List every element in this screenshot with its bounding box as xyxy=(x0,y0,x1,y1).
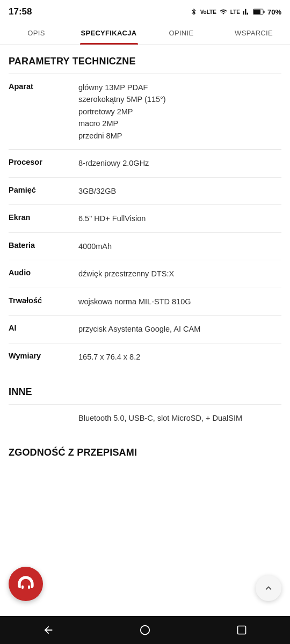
tab-opinie[interactable]: OPINIE xyxy=(145,21,218,45)
spec-row-bateria: Bateria 4000mAh xyxy=(9,232,281,260)
spec-label-aparat: Aparat xyxy=(9,82,78,91)
spec-row-wymiary: Wymiary 165.7 x 76.4 x 8.2 xyxy=(9,343,281,370)
spec-row-procesor: Procesor 8-rdzeniowy 2.0GHz xyxy=(9,149,281,177)
back-button[interactable] xyxy=(37,618,60,642)
spec-value-trwalosc: wojskowa norma MIL-STD 810G xyxy=(78,296,281,308)
home-button[interactable] xyxy=(133,618,157,642)
spec-value-ekran: 6.5" HD+ FullVision xyxy=(78,213,281,224)
scroll-up-button[interactable] xyxy=(256,575,281,601)
svg-rect-1 xyxy=(253,10,260,14)
tab-specyfikacja[interactable]: SPECYFIKACJA xyxy=(73,21,145,45)
spec-row-aparat: Aparat główny 13MP PDAFszerokokątny 5MP … xyxy=(9,74,281,149)
spec-label-ai: AI xyxy=(9,323,78,332)
section-header-zgodnosc: ZGODNOŚĆ Z PRZEPISAMI xyxy=(9,436,281,465)
spec-row-ekran: Ekran 6.5" HD+ FullVision xyxy=(9,204,281,232)
volte-icon: VoLTE xyxy=(200,9,216,15)
status-bar: 17:58 VoLTE LTE 70% xyxy=(0,0,290,21)
support-chat-button[interactable] xyxy=(9,567,43,601)
spec-value-ai: przycisk Asystenta Google, AI CAM xyxy=(78,323,281,335)
battery-icon xyxy=(253,9,265,15)
svg-point-3 xyxy=(141,626,150,635)
bottom-navigation xyxy=(0,616,290,644)
home-icon xyxy=(139,624,151,636)
battery-percent: 70% xyxy=(267,8,281,16)
recents-icon xyxy=(236,625,247,635)
section-header-parametry: PARAMETRY TECHNICZNE xyxy=(9,45,281,74)
spec-label-trwalosc: Trwałość xyxy=(9,296,78,305)
spec-label-pamiec: Pamięć xyxy=(9,185,78,194)
spec-row-audio: Audio dźwięk przestrzenny DTS:X xyxy=(9,260,281,287)
spec-row-trwalosc: Trwałość wojskowa norma MIL-STD 810G xyxy=(9,288,281,315)
spec-value-lacznosc: Bluetooth 5.0, USB-C, slot MicroSD, + Du… xyxy=(78,412,281,424)
spec-value-bateria: 4000mAh xyxy=(78,240,281,252)
spec-row-lacznosc: Bluetooth 5.0, USB-C, slot MicroSD, + Du… xyxy=(9,404,281,431)
tabs-bar: OPIS SPECYFIKACJA OPINIE WSPARCIE xyxy=(0,21,290,45)
zgodnosc-section: ZGODNOŚĆ Z PRZEPISAMI xyxy=(9,436,281,540)
headset-icon xyxy=(17,575,34,592)
status-icons: VoLTE LTE 70% xyxy=(190,8,281,16)
spec-row-ai: AI przycisk Asystenta Google, AI CAM xyxy=(9,315,281,342)
spec-label-bateria: Bateria xyxy=(9,240,78,250)
spec-value-pamiec: 3GB/32GB xyxy=(78,185,281,197)
chevron-up-icon xyxy=(263,582,274,594)
back-icon xyxy=(42,624,54,636)
recents-button[interactable] xyxy=(230,618,253,642)
svg-rect-2 xyxy=(263,11,264,13)
spec-value-procesor: 8-rdzeniowy 2.0GHz xyxy=(78,157,281,169)
tab-opis[interactable]: OPIS xyxy=(0,21,73,45)
status-time: 17:58 xyxy=(9,6,32,17)
spec-label-procesor: Procesor xyxy=(9,157,78,166)
spec-label-ekran: Ekran xyxy=(9,213,78,222)
spec-label-audio: Audio xyxy=(9,268,78,277)
spec-label-wymiary: Wymiary xyxy=(9,351,78,360)
spec-label-lacznosc xyxy=(9,412,78,413)
section-header-inne: INNE xyxy=(9,376,281,404)
signal-icon xyxy=(243,8,250,16)
main-content: PARAMETRY TECHNICZNE Aparat główny 13MP … xyxy=(0,45,290,540)
tab-wsparcie[interactable]: WSPARCIE xyxy=(218,21,290,45)
spec-row-pamiec: Pamięć 3GB/32GB xyxy=(9,177,281,204)
spec-value-aparat: główny 13MP PDAFszerokokątny 5MP (115°)p… xyxy=(78,82,281,142)
lte-icon: LTE xyxy=(230,9,240,15)
bluetooth-icon xyxy=(190,8,198,16)
spec-table-parametry: Aparat główny 13MP PDAFszerokokątny 5MP … xyxy=(9,74,281,370)
inne-section: INNE Bluetooth 5.0, USB-C, slot MicroSD,… xyxy=(9,376,281,431)
wifi-icon xyxy=(219,8,228,16)
spec-value-audio: dźwięk przestrzenny DTS:X xyxy=(78,268,281,280)
svg-rect-4 xyxy=(238,626,246,634)
spec-value-wymiary: 165.7 x 76.4 x 8.2 xyxy=(78,351,281,363)
